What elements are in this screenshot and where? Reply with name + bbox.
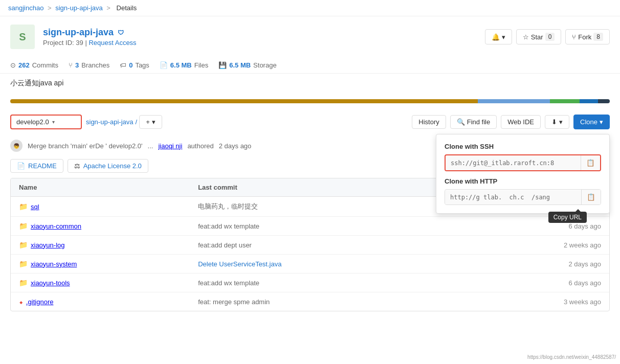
find-file-button[interactable]: 🔍 Find file	[450, 115, 497, 129]
ssh-clone-title: Clone with SSH	[445, 143, 601, 150]
notify-button[interactable]: 🔔 ▾	[485, 29, 512, 44]
breadcrumb-owner[interactable]: sangjinchao	[8, 4, 43, 12]
author-link[interactable]: jiaoqi nji	[158, 142, 182, 150]
request-access-link[interactable]: Request Access	[88, 39, 136, 47]
storage-value: 6.5 MB	[229, 61, 251, 69]
license-link[interactable]: Apache License 2.0	[83, 162, 142, 170]
commits-stat[interactable]: ⊙ 262 Commits	[10, 61, 58, 69]
files-icon: 📄	[160, 61, 168, 69]
branches-stat[interactable]: ⑂ 3 Branches	[69, 61, 109, 69]
table-row: ⬥ .gitignore feat: merge spme admin 3 we…	[11, 292, 609, 311]
shield-icon: 🛡	[118, 29, 124, 36]
tags-stat[interactable]: 🏷 0 Tags	[120, 61, 149, 69]
table-row: 📁 xiaoyun-log feat:add dept user 2 weeks…	[11, 236, 609, 255]
progress-sql	[550, 99, 580, 103]
path-repo-link[interactable]: sign-up-api-java	[86, 118, 134, 126]
commit-avatar: 👦	[10, 140, 23, 152]
star-button[interactable]: ☆ Star 0	[516, 29, 562, 44]
web-ide-button[interactable]: Web IDE	[501, 115, 541, 129]
file-link[interactable]: sql	[31, 203, 39, 211]
branches-label: Branches	[81, 61, 109, 69]
download-icon: ⬇	[551, 118, 557, 126]
progress-java	[10, 99, 478, 103]
path-nav: sign-up-api-java / + ▾	[86, 115, 162, 129]
commit-msg-gitignore: feat: merge spme admin	[198, 298, 467, 306]
file-name-log: 📁 xiaoyun-log	[19, 241, 198, 249]
file-link[interactable]: xiaoyun-system	[31, 260, 77, 268]
ssh-url-input[interactable]	[446, 156, 581, 170]
file-name-system: 📁 xiaoyun-system	[19, 260, 198, 268]
tags-icon: 🏷	[120, 61, 126, 69]
search-icon: 🔍	[457, 118, 465, 126]
fork-count: 8	[593, 33, 603, 41]
commits-value: 262	[18, 61, 30, 69]
ssh-copy-button[interactable]: 📋	[581, 155, 600, 170]
star-count: 0	[545, 33, 555, 41]
avatar: S	[10, 25, 35, 49]
tags-label: Tags	[135, 61, 149, 69]
file-link[interactable]: .gitignore	[26, 298, 53, 306]
file-name-tools: 📁 xiaoyun-tools	[19, 279, 198, 287]
branch-selector[interactable]: develop2.0 ▾	[10, 115, 82, 129]
project-header: S sign-up-api-java 🛡 Project ID: 39 | Re…	[0, 16, 620, 57]
folder-icon: 📁	[19, 260, 28, 268]
commit-time: 2 days ago	[219, 142, 252, 150]
progress-other1	[580, 99, 597, 103]
project-title: sign-up-api-java 🛡	[43, 27, 137, 38]
breadcrumb: sangjinchao > sign-up-api-java > Details	[0, 0, 620, 16]
file-name-gitignore: ⬥ .gitignore	[19, 298, 198, 306]
update-tools: 6 days ago	[467, 279, 601, 287]
clone-button[interactable]: Clone ▾	[573, 115, 610, 129]
files-value: 6.5 MB	[170, 61, 192, 69]
commit-msg-log: feat:add dept user	[198, 241, 467, 249]
project-actions: 🔔 ▾ ☆ Star 0 ⑂ Fork 8	[485, 29, 610, 44]
readme-tab[interactable]: 📄 README	[10, 159, 63, 173]
commit-link[interactable]: Delete UserServiceTest.java	[198, 260, 281, 268]
file-link[interactable]: xiaoyun-tools	[31, 279, 70, 287]
path-actions: History 🔍 Find file Web IDE ⬇ ▾ Clone ▾	[412, 115, 610, 129]
project-info: S sign-up-api-java 🛡 Project ID: 39 | Re…	[10, 25, 137, 49]
add-file-button[interactable]: + ▾	[139, 115, 162, 129]
path-sep: /	[136, 118, 138, 126]
copy-icon: 📋	[586, 159, 595, 167]
file-link[interactable]: xiaoyun-log	[31, 241, 65, 249]
language-progress-bar	[10, 99, 610, 103]
readme-link[interactable]: README	[28, 162, 57, 170]
history-button[interactable]: History	[412, 115, 446, 129]
commit-authored: authored	[187, 142, 213, 150]
file-link[interactable]: xiaoyun-common	[31, 222, 81, 230]
file-name-sql: 📁 sql	[19, 202, 198, 211]
col-commit: Last commit	[198, 184, 467, 191]
http-url-input[interactable]	[445, 190, 581, 204]
breadcrumb-repo[interactable]: sign-up-api-java	[55, 4, 103, 12]
storage-icon: 💾	[218, 61, 227, 69]
table-row: 📁 xiaoyun-tools feat:add wx template 6 d…	[11, 274, 609, 292]
license-icon: ⚖	[74, 162, 80, 170]
http-copy-button[interactable]: 📋	[581, 190, 601, 204]
commit-msg-system: Delete UserServiceTest.java	[198, 260, 467, 268]
file-icon: ⬥	[19, 298, 23, 306]
commits-label: Commits	[32, 61, 58, 69]
clone-dropdown-panel: Clone with SSH 📋 Copy URL Clone with HTT…	[436, 134, 610, 214]
copy-url-tooltip: Copy URL	[548, 212, 587, 223]
folder-icon: 📁	[19, 279, 28, 287]
files-stat[interactable]: 📄 6.5 MB Files	[160, 61, 208, 69]
col-name: Name	[19, 184, 198, 191]
commit-ellipsis: ...	[148, 142, 153, 150]
storage-label: Storage	[253, 61, 277, 69]
folder-icon: 📁	[19, 202, 28, 211]
download-button[interactable]: ⬇ ▾	[545, 115, 569, 129]
storage-stat[interactable]: 💾 6.5 MB Storage	[218, 61, 276, 69]
http-clone-title: Clone with HTTP	[445, 177, 601, 185]
copy-icon: 📋	[587, 193, 595, 201]
ssh-clone-row: 📋	[445, 154, 601, 171]
commit-msg-tools: feat:add wx template	[198, 279, 467, 287]
update-common: 6 days ago	[467, 222, 601, 230]
project-details: sign-up-api-java 🛡 Project ID: 39 | Requ…	[43, 27, 137, 47]
license-tab[interactable]: ⚖ Apache License 2.0	[68, 159, 148, 173]
folder-icon: 📁	[19, 241, 28, 249]
star-icon: ☆	[523, 33, 529, 41]
chevron-down-icon: ▾	[52, 119, 55, 125]
update-gitignore: 3 weeks ago	[467, 298, 601, 306]
fork-button[interactable]: ⑂ Fork 8	[565, 29, 610, 44]
